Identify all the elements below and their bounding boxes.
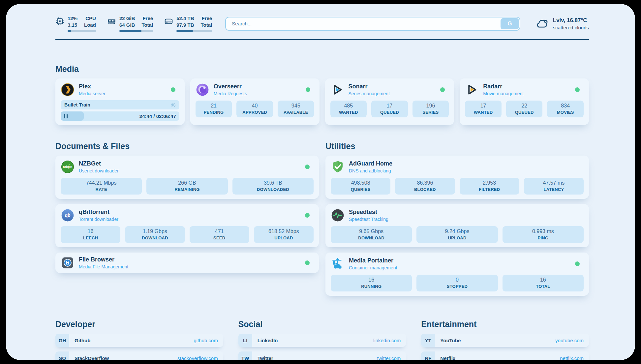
stat-chip: 21PENDING — [196, 101, 232, 117]
link-row-stackoverflow[interactable]: SO StackOverflow stackoverflow.com — [55, 351, 223, 360]
app-card-radarr[interactable]: Radarr Movie management 17WANTED 22QUEUE… — [460, 78, 589, 125]
filebrowser-icon — [61, 256, 75, 270]
stat-label: REMAINING — [148, 187, 226, 192]
stat-label: TOTAL — [504, 284, 582, 289]
cpu-load-value: 3.15 — [68, 22, 77, 28]
cpu-stat: 12%3.15 CPULoad — [55, 15, 96, 32]
app-card-portainer[interactable]: Media Portainer Container management 16R… — [325, 253, 589, 296]
overseerr-icon — [196, 83, 209, 97]
weather-location-temp: Lviv, 16.87°C — [553, 17, 589, 24]
app-card-qbittorrent[interactable]: qb qBittorrent Torrent downloader 16LEEC… — [55, 204, 319, 247]
stat-label: PENDING — [198, 110, 230, 115]
stat-value: 9.24 Gbps — [418, 228, 496, 234]
plex-icon — [61, 83, 75, 97]
dashboard-panel: 12%3.15 CPULoad 22 GiB64 GiB FreeTotal — [6, 4, 635, 360]
link-row-netflix[interactable]: NF Netflix netflix.com — [421, 351, 589, 360]
now-playing-settings-icon[interactable] — [170, 102, 176, 108]
stat-chip: 0.993 msPING — [503, 226, 584, 243]
stat-value: 2,953 — [462, 180, 517, 186]
app-description: Series management — [349, 91, 390, 96]
stat-label: QUEUED — [373, 110, 406, 115]
app-card-speedtest[interactable]: Speedtest Speedtest Tracking 9.65 GbpsDO… — [325, 204, 589, 247]
system-stats: 12%3.15 CPULoad 22 GiB64 GiB FreeTotal — [55, 15, 212, 32]
link-name: LinkedIn — [258, 338, 278, 343]
status-online-dot — [305, 213, 310, 218]
stat-chip: 945AVAILABLE — [278, 101, 314, 117]
stat-value: 1.19 Gbps — [127, 228, 183, 234]
app-description: Container management — [349, 265, 397, 270]
link-name: Netflix — [440, 355, 455, 360]
stat-chip: 618.52 MbpsUPLOAD — [254, 226, 314, 243]
svg-text:nzbget: nzbget — [63, 165, 72, 168]
stat-label: RATE — [63, 187, 140, 192]
stat-chip: 40APPROVED — [236, 101, 273, 117]
ram-stat: 22 GiB64 GiB FreeTotal — [107, 15, 153, 32]
now-playing-title: Bullet Train — [64, 102, 90, 107]
stat-label: APPROVED — [238, 110, 271, 115]
stat-label: QUERIES — [333, 187, 388, 192]
stat-label: STOPPED — [418, 284, 496, 289]
app-card-overseerr[interactable]: Overseerr Media Requests 21PENDING 40APP… — [190, 78, 320, 125]
ram-progress-fill — [119, 30, 141, 32]
ram-total-label: Total — [141, 22, 153, 28]
link-name: Github — [75, 338, 90, 343]
stat-chip: 22QUEUED — [506, 101, 543, 117]
stat-chip: 17WANTED — [465, 101, 502, 117]
stat-value: 16 — [333, 277, 410, 283]
link-row-linkedin[interactable]: LI LinkedIn linkedin.com — [238, 334, 406, 347]
app-card-adguard[interactable]: AdGuard Home DNS and adblocking 498,508Q… — [325, 156, 589, 199]
app-name: qBittorrent — [79, 209, 118, 216]
stat-value: 945 — [280, 103, 312, 109]
search-input[interactable] — [225, 17, 520, 31]
disk-icon — [164, 15, 173, 27]
developer-section-title: Developer — [55, 319, 223, 329]
app-name: Radarr — [483, 83, 524, 90]
stat-label: LATENCY — [526, 187, 582, 192]
status-online-dot — [440, 87, 445, 92]
app-card-sonarr[interactable]: Sonarr Series management 485WANTED 17QUE… — [325, 78, 454, 125]
app-description: Torrent downloader — [79, 217, 118, 222]
stat-value: 21 — [198, 103, 230, 109]
search-bar: G — [225, 17, 520, 31]
media-section-title: Media — [55, 64, 589, 74]
app-card-nzbget[interactable]: nzbget NZBGet Usenet downloader 744.21 M… — [55, 156, 319, 199]
docs-section-title: Documents & Files — [55, 141, 319, 151]
stat-chip: 9.65 GbpsDOWNLOAD — [331, 226, 412, 243]
stat-label: BLOCKED — [397, 187, 453, 192]
stat-label: LEECH — [63, 235, 118, 240]
pause-icon — [64, 114, 68, 118]
stat-label: SERIES — [414, 110, 447, 115]
cpu-icon — [55, 15, 64, 27]
stat-label: DOWNLOADED — [234, 187, 312, 192]
dashboard: 12%3.15 CPULoad 22 GiB64 GiB FreeTotal — [0, 0, 641, 364]
link-row-youtube[interactable]: YT YouTube youtube.com — [421, 334, 589, 347]
stat-chip: 744.21 MbpsRATE — [61, 178, 142, 195]
link-row-twitter[interactable]: TW Twitter twitter.com — [238, 351, 406, 360]
playback-progress-bar[interactable]: 24:44 / 02:06:47 — [61, 111, 179, 121]
link-url: stackoverflow.com — [177, 355, 218, 360]
media-grid: Plex Media server Bullet Train — [55, 78, 589, 125]
app-card-plex[interactable]: Plex Media server Bullet Train — [55, 78, 185, 125]
speedtest-icon — [331, 208, 345, 222]
sonarr-icon — [330, 83, 344, 97]
weather-condition: scattered clouds — [553, 25, 589, 30]
search-engine-button[interactable]: G — [501, 18, 519, 29]
stat-label: AVAILABLE — [280, 110, 312, 115]
stat-chip: 86,396BLOCKED — [395, 178, 455, 195]
disk-progress-bar — [176, 30, 212, 32]
link-name: Twitter — [258, 355, 273, 360]
cpu-label: CPU — [84, 15, 96, 22]
ram-free-value: 22 GiB — [119, 15, 135, 22]
link-abbr: YT — [421, 334, 435, 347]
entertainment-section-title: Entertainment — [421, 319, 589, 329]
stat-chip: 17QUEUED — [371, 101, 408, 117]
stat-label: UPLOAD — [256, 235, 312, 240]
link-row-github[interactable]: GH Github github.com — [55, 334, 223, 347]
stat-value: 618.52 Mbps — [256, 228, 312, 234]
stat-value: 47.57 ms — [526, 180, 582, 186]
app-description: Speedtest Tracking — [349, 217, 388, 222]
stat-value: 16 — [63, 228, 118, 234]
app-card-filebrowser[interactable]: File Browser Media File Management — [55, 253, 319, 273]
stat-label: RUNNING — [333, 284, 410, 289]
now-playing-row: Bullet Train — [61, 100, 179, 109]
